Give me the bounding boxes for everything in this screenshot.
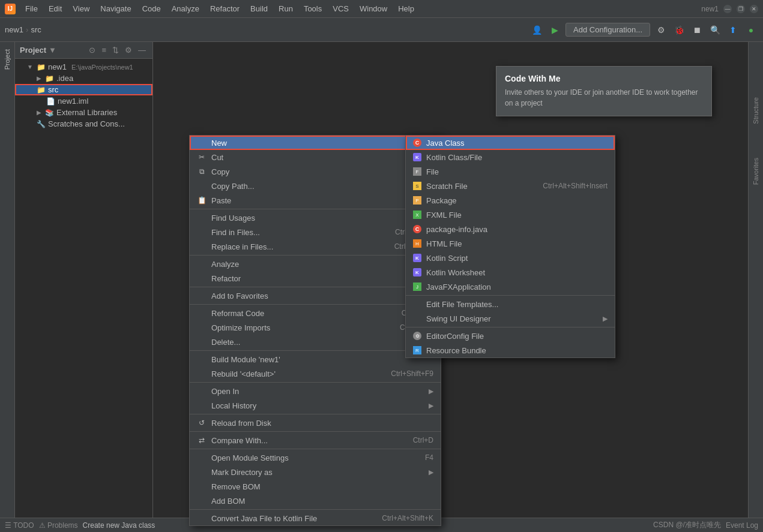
context-menu-item-add-favorites[interactable]: Add to Favorites ▶ [190,288,441,303]
context-menu-item-rebuild[interactable]: Rebuild '<default>' Ctrl+Shift+F9 [190,366,441,381]
context-menu-item-add-bom[interactable]: Add BOM [190,494,441,508]
context-menu-item-copy[interactable]: ⧉ Copy Ctrl+C [190,164,441,179]
file-icon-iml: 📄 [46,97,55,106]
submenu-item-fxml[interactable]: X FXML File [406,208,615,222]
ctx-label-paste: Paste [211,196,231,205]
tree-item-external-libs[interactable]: ▶ 📚 External Libraries [15,107,152,118]
menu-help[interactable]: Help [393,3,419,14]
context-menu-item-cut[interactable]: ✂ Cut Ctrl+X [190,150,441,164]
menu-refactor[interactable]: Refactor [205,3,244,14]
submenu-item-swing-designer[interactable]: Swing UI Designer ▶ [406,311,615,326]
todo-button[interactable]: ☰ TODO [5,521,34,530]
context-menu-item-mark-directory[interactable]: Mark Directory as ▶ [190,465,441,479]
context-menu-item-remove-bom[interactable]: Remove BOM [190,479,441,494]
context-menu-item-compare-with[interactable]: ⇄ Compare With... Ctrl+D [190,433,441,447]
tree-item-iml[interactable]: 📄 new1.iml [15,95,152,107]
context-menu-item-find-in-files[interactable]: Find in Files... Ctrl+Shift+F [190,225,441,239]
project-tools: ⊙ ≡ ⇅ ⚙ — [87,45,148,55]
menu-vcs[interactable]: VCS [328,3,354,14]
structure-tab-vertical[interactable]: Structure [750,92,762,129]
expand-all-button[interactable]: ⇅ [110,45,121,55]
submenu-item-javafx[interactable]: J JavaFXApplication [406,279,615,294]
menu-file[interactable]: File [20,3,43,14]
submenu-item-resource-bundle[interactable]: R Resource Bundle [406,343,615,357]
menu-view[interactable]: View [68,3,94,14]
context-menu-item-build-module[interactable]: Build Module 'new1' [190,352,441,366]
file-generic-icon: F [413,167,421,176]
tree-item-label: new1 [48,62,67,71]
breadcrumb-project[interactable]: new1 [5,25,23,34]
tree-item-idea[interactable]: ▶ 📁 .idea [15,73,152,84]
submenu-item-html-file[interactable]: H HTML File [406,236,615,251]
project-tab-vertical[interactable]: Project [1,44,13,74]
submenu-item-kotlin-worksheet[interactable]: K Kotlin Worksheet [406,265,615,279]
context-menu-item-reformat[interactable]: Reformat Code Ctrl+Alt+L [190,306,441,320]
submenu-item-editorconfig[interactable]: ⚙ EditorConfig File [406,329,615,343]
search-everywhere-button[interactable]: 🔍 [708,23,722,37]
add-configuration-button[interactable]: Add Configuration... [565,23,650,37]
chevron-right-icon: ▶ [37,75,41,82]
help-button[interactable]: ● [744,23,758,37]
menu-window[interactable]: Window [355,3,392,14]
stop-button[interactable]: ⏹ [690,23,704,37]
sub-label-scratch-file: Scratch File [426,182,468,191]
favorites-tab-vertical[interactable]: Favorites [750,153,762,190]
context-menu-item-open-in[interactable]: Open In ▶ [190,384,441,398]
close-panel-button[interactable]: — [136,45,148,55]
ctx-label-cut: Cut [211,153,223,162]
menu-build[interactable]: Build [246,3,273,14]
settings-button[interactable]: ⚙ [123,45,134,55]
context-menu-item-find-usages[interactable]: Find Usages Alt+F7 [190,211,441,225]
debug-button[interactable]: 🐞 [672,23,686,37]
problems-button[interactable]: ⚠ Problems [39,521,78,530]
context-menu-item-new[interactable]: New ▶ [190,136,441,150]
context-menu-item-optimize-imports[interactable]: Optimize Imports Ctrl+Alt+O [190,320,441,335]
context-menu-item-reload-disk[interactable]: ↺ Reload from Disk [190,416,441,430]
ctx-sep1 [190,209,441,209]
context-menu-item-analyze[interactable]: Analyze ▶ [190,257,441,271]
project-tree: ▼ 📁 new1 E:\javaProjects\new1 ▶ 📁 .idea … [15,59,152,532]
menu-edit[interactable]: Edit [44,3,67,14]
submenu-item-scratch-file[interactable]: S Scratch File Ctrl+Alt+Shift+Insert [406,179,615,193]
locate-file-button[interactable]: ⊙ [87,45,97,55]
project-dropdown-icon[interactable]: ▼ [49,46,56,55]
tree-item-src[interactable]: 📁 src [15,84,152,95]
menu-run[interactable]: Run [274,3,298,14]
context-menu-item-delete[interactable]: Delete... Delete [190,335,441,349]
submenu-item-kotlin-script[interactable]: K Kotlin Script [406,251,615,265]
maximize-button[interactable]: ❐ [737,5,745,13]
build-button[interactable]: ⚙ [654,23,668,37]
tree-item-new1[interactable]: ▼ 📁 new1 E:\javaProjects\new1 [15,61,152,73]
sub-label-resource-bundle: Resource Bundle [426,346,486,355]
submenu-item-package[interactable]: P Package [406,193,615,208]
notifications-button[interactable]: ⬆ [726,23,740,37]
minimize-button[interactable]: — [723,5,732,13]
context-menu-item-replace-in-files[interactable]: Replace in Files... Ctrl+Shift+R [190,239,441,254]
run-button[interactable]: ▶ [547,23,562,37]
breadcrumb-src[interactable]: src [31,25,41,34]
context-menu-item-refactor[interactable]: Refactor ▶ [190,271,441,285]
menu-navigate[interactable]: Navigate [95,3,136,14]
toolbar-right: 👤 ▶ Add Configuration... ⚙ 🐞 ⏹ 🔍 ⬆ ● [529,23,758,37]
menu-tools[interactable]: Tools [299,3,327,14]
collapse-all-button[interactable]: ≡ [100,45,108,55]
menu-analyze[interactable]: Analyze [167,3,204,14]
submenu-item-package-info[interactable]: C package-info.java [406,222,615,236]
submenu-item-edit-file-templates[interactable]: Edit File Templates... [406,297,615,311]
context-menu-item-paste[interactable]: 📋 Paste Ctrl+V [190,193,441,208]
ctx-sep10 [190,509,441,510]
submenu-item-file[interactable]: F File [406,164,615,179]
context-menu-item-open-module-settings[interactable]: Open Module Settings F4 [190,450,441,465]
ctx-sep4 [190,304,441,305]
context-menu-item-local-history[interactable]: Local History ▶ [190,398,441,413]
submenu-item-java-class[interactable]: C Java Class [406,136,615,150]
context-menu-item-convert-java[interactable]: Convert Java File to Kotlin File Ctrl+Al… [190,511,441,525]
tree-item-scratches[interactable]: 🔧 Scratches and Cons... [15,118,152,130]
submenu-item-kotlin-class[interactable]: K Kotlin Class/File [406,150,615,164]
menu-code[interactable]: Code [137,3,166,14]
app-logo: IJ [5,4,16,14]
context-menu-item-copy-path[interactable]: Copy Path... [190,179,441,193]
close-button[interactable]: ✕ [750,5,758,13]
vcs-update-button[interactable]: 👤 [529,23,544,37]
event-log-button[interactable]: Event Log [726,521,758,530]
